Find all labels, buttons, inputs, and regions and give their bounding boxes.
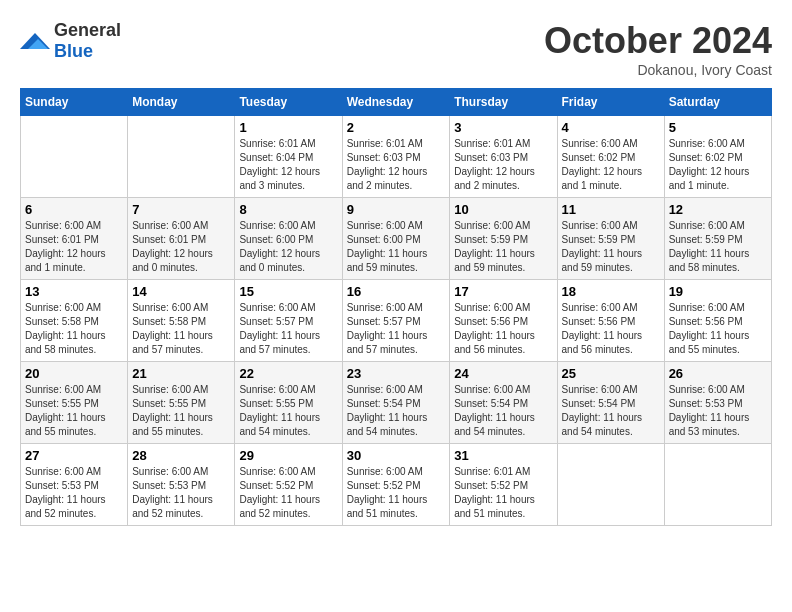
title-area: October 2024 Dokanou, Ivory Coast: [544, 20, 772, 78]
calendar-cell: 4Sunrise: 6:00 AM Sunset: 6:02 PM Daylig…: [557, 116, 664, 198]
logo: General Blue: [20, 20, 121, 62]
day-info: Sunrise: 6:00 AM Sunset: 5:54 PM Dayligh…: [454, 383, 552, 439]
calendar-cell: [557, 444, 664, 526]
day-info: Sunrise: 6:00 AM Sunset: 5:54 PM Dayligh…: [562, 383, 660, 439]
day-info: Sunrise: 6:01 AM Sunset: 6:03 PM Dayligh…: [454, 137, 552, 193]
day-info: Sunrise: 6:00 AM Sunset: 6:00 PM Dayligh…: [239, 219, 337, 275]
calendar-cell: 31Sunrise: 6:01 AM Sunset: 5:52 PM Dayli…: [450, 444, 557, 526]
day-info: Sunrise: 6:00 AM Sunset: 5:53 PM Dayligh…: [669, 383, 767, 439]
col-header-saturday: Saturday: [664, 89, 771, 116]
header-row: SundayMondayTuesdayWednesdayThursdayFrid…: [21, 89, 772, 116]
calendar-cell: [21, 116, 128, 198]
day-number: 14: [132, 284, 230, 299]
calendar-cell: 7Sunrise: 6:00 AM Sunset: 6:01 PM Daylig…: [128, 198, 235, 280]
calendar-cell: 18Sunrise: 6:00 AM Sunset: 5:56 PM Dayli…: [557, 280, 664, 362]
day-info: Sunrise: 6:00 AM Sunset: 6:02 PM Dayligh…: [562, 137, 660, 193]
day-number: 8: [239, 202, 337, 217]
day-number: 27: [25, 448, 123, 463]
day-number: 16: [347, 284, 446, 299]
calendar-cell: 13Sunrise: 6:00 AM Sunset: 5:58 PM Dayli…: [21, 280, 128, 362]
day-number: 12: [669, 202, 767, 217]
logo-icon: [20, 29, 50, 53]
day-info: Sunrise: 6:00 AM Sunset: 6:00 PM Dayligh…: [347, 219, 446, 275]
logo-blue: Blue: [54, 41, 93, 61]
day-info: Sunrise: 6:00 AM Sunset: 6:01 PM Dayligh…: [132, 219, 230, 275]
day-number: 30: [347, 448, 446, 463]
col-header-monday: Monday: [128, 89, 235, 116]
calendar-cell: 25Sunrise: 6:00 AM Sunset: 5:54 PM Dayli…: [557, 362, 664, 444]
day-info: Sunrise: 6:00 AM Sunset: 6:02 PM Dayligh…: [669, 137, 767, 193]
day-info: Sunrise: 6:00 AM Sunset: 5:59 PM Dayligh…: [562, 219, 660, 275]
calendar-cell: 17Sunrise: 6:00 AM Sunset: 5:56 PM Dayli…: [450, 280, 557, 362]
calendar-cell: 11Sunrise: 6:00 AM Sunset: 5:59 PM Dayli…: [557, 198, 664, 280]
day-info: Sunrise: 6:00 AM Sunset: 5:58 PM Dayligh…: [25, 301, 123, 357]
day-number: 23: [347, 366, 446, 381]
day-number: 5: [669, 120, 767, 135]
logo-general: General: [54, 20, 121, 40]
col-header-thursday: Thursday: [450, 89, 557, 116]
day-number: 1: [239, 120, 337, 135]
calendar-cell: 22Sunrise: 6:00 AM Sunset: 5:55 PM Dayli…: [235, 362, 342, 444]
calendar-cell: 24Sunrise: 6:00 AM Sunset: 5:54 PM Dayli…: [450, 362, 557, 444]
day-info: Sunrise: 6:01 AM Sunset: 6:03 PM Dayligh…: [347, 137, 446, 193]
day-number: 2: [347, 120, 446, 135]
day-number: 11: [562, 202, 660, 217]
day-info: Sunrise: 6:00 AM Sunset: 5:54 PM Dayligh…: [347, 383, 446, 439]
day-number: 3: [454, 120, 552, 135]
day-number: 21: [132, 366, 230, 381]
calendar-cell: 1Sunrise: 6:01 AM Sunset: 6:04 PM Daylig…: [235, 116, 342, 198]
day-info: Sunrise: 6:00 AM Sunset: 5:55 PM Dayligh…: [25, 383, 123, 439]
day-info: Sunrise: 6:01 AM Sunset: 5:52 PM Dayligh…: [454, 465, 552, 521]
calendar-cell: 19Sunrise: 6:00 AM Sunset: 5:56 PM Dayli…: [664, 280, 771, 362]
calendar-cell: 21Sunrise: 6:00 AM Sunset: 5:55 PM Dayli…: [128, 362, 235, 444]
calendar-cell: 16Sunrise: 6:00 AM Sunset: 5:57 PM Dayli…: [342, 280, 450, 362]
day-number: 6: [25, 202, 123, 217]
calendar-cell: 8Sunrise: 6:00 AM Sunset: 6:00 PM Daylig…: [235, 198, 342, 280]
calendar-cell: 28Sunrise: 6:00 AM Sunset: 5:53 PM Dayli…: [128, 444, 235, 526]
calendar-cell: [664, 444, 771, 526]
col-header-friday: Friday: [557, 89, 664, 116]
day-info: Sunrise: 6:00 AM Sunset: 5:55 PM Dayligh…: [239, 383, 337, 439]
day-info: Sunrise: 6:00 AM Sunset: 5:58 PM Dayligh…: [132, 301, 230, 357]
day-info: Sunrise: 6:00 AM Sunset: 5:59 PM Dayligh…: [454, 219, 552, 275]
day-number: 20: [25, 366, 123, 381]
day-info: Sunrise: 6:00 AM Sunset: 5:55 PM Dayligh…: [132, 383, 230, 439]
header: General Blue October 2024 Dokanou, Ivory…: [20, 20, 772, 78]
calendar-cell: 12Sunrise: 6:00 AM Sunset: 5:59 PM Dayli…: [664, 198, 771, 280]
day-number: 10: [454, 202, 552, 217]
day-info: Sunrise: 6:01 AM Sunset: 6:04 PM Dayligh…: [239, 137, 337, 193]
calendar-table: SundayMondayTuesdayWednesdayThursdayFrid…: [20, 88, 772, 526]
day-number: 24: [454, 366, 552, 381]
calendar-cell: 15Sunrise: 6:00 AM Sunset: 5:57 PM Dayli…: [235, 280, 342, 362]
location-title: Dokanou, Ivory Coast: [544, 62, 772, 78]
day-number: 28: [132, 448, 230, 463]
day-info: Sunrise: 6:00 AM Sunset: 5:57 PM Dayligh…: [347, 301, 446, 357]
day-number: 7: [132, 202, 230, 217]
col-header-sunday: Sunday: [21, 89, 128, 116]
day-number: 31: [454, 448, 552, 463]
day-info: Sunrise: 6:00 AM Sunset: 5:53 PM Dayligh…: [25, 465, 123, 521]
month-title: October 2024: [544, 20, 772, 62]
calendar-cell: 14Sunrise: 6:00 AM Sunset: 5:58 PM Dayli…: [128, 280, 235, 362]
calendar-cell: 30Sunrise: 6:00 AM Sunset: 5:52 PM Dayli…: [342, 444, 450, 526]
day-number: 19: [669, 284, 767, 299]
calendar-cell: 27Sunrise: 6:00 AM Sunset: 5:53 PM Dayli…: [21, 444, 128, 526]
day-number: 18: [562, 284, 660, 299]
day-info: Sunrise: 6:00 AM Sunset: 5:52 PM Dayligh…: [239, 465, 337, 521]
calendar-cell: 6Sunrise: 6:00 AM Sunset: 6:01 PM Daylig…: [21, 198, 128, 280]
day-number: 25: [562, 366, 660, 381]
calendar-cell: 20Sunrise: 6:00 AM Sunset: 5:55 PM Dayli…: [21, 362, 128, 444]
week-row-4: 20Sunrise: 6:00 AM Sunset: 5:55 PM Dayli…: [21, 362, 772, 444]
day-number: 9: [347, 202, 446, 217]
day-number: 17: [454, 284, 552, 299]
day-number: 13: [25, 284, 123, 299]
day-info: Sunrise: 6:00 AM Sunset: 5:56 PM Dayligh…: [669, 301, 767, 357]
col-header-wednesday: Wednesday: [342, 89, 450, 116]
day-info: Sunrise: 6:00 AM Sunset: 5:56 PM Dayligh…: [562, 301, 660, 357]
calendar-cell: [128, 116, 235, 198]
day-info: Sunrise: 6:00 AM Sunset: 5:59 PM Dayligh…: [669, 219, 767, 275]
day-info: Sunrise: 6:00 AM Sunset: 5:57 PM Dayligh…: [239, 301, 337, 357]
calendar-cell: 5Sunrise: 6:00 AM Sunset: 6:02 PM Daylig…: [664, 116, 771, 198]
calendar-cell: 10Sunrise: 6:00 AM Sunset: 5:59 PM Dayli…: [450, 198, 557, 280]
week-row-2: 6Sunrise: 6:00 AM Sunset: 6:01 PM Daylig…: [21, 198, 772, 280]
